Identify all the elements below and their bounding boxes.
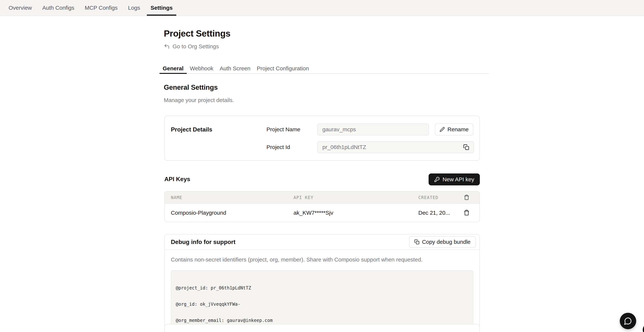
go-to-org-settings-link[interactable]: Go to Org Settings (164, 43, 219, 50)
project-id-input[interactable] (317, 141, 474, 153)
new-api-key-label: New API key (442, 176, 474, 183)
tab-project-configuration[interactable]: Project Configuration (257, 64, 309, 73)
api-key-name: Composio-Playground (171, 210, 294, 216)
column-header-created: CREATED (418, 195, 460, 200)
trash-icon (464, 195, 470, 200)
delete-key-button[interactable] (464, 210, 470, 216)
debug-line-org-id: @org_id: ok_jVveqqkYFWa- (176, 301, 468, 307)
column-header-api-key: API KEY (294, 195, 418, 200)
rename-button-label: Rename (448, 126, 468, 133)
tab-webhook[interactable]: Webhook (190, 64, 213, 73)
back-link-label: Go to Org Settings (172, 43, 219, 50)
rename-button[interactable]: Rename (435, 124, 473, 135)
page-title: Project Settings (164, 28, 230, 39)
trash-icon (464, 210, 470, 216)
debug-identifiers-block: @project_id: pr_06th1pLdNtTZ @org_id: ok… (171, 270, 473, 332)
copy-icon (463, 144, 469, 150)
general-settings-heading: General Settings (164, 84, 218, 91)
pencil-icon (440, 127, 445, 132)
debug-line-project-id: @project_id: pr_06th1pLdNtTZ (176, 285, 468, 291)
project-details-card: Project Details Project Name Rename Proj… (164, 116, 480, 161)
debug-line-org-member-email: @org_member_email: gaurav@inkeep.com (176, 318, 468, 323)
api-key-masked-value: ak_KW7*****Sjv (294, 210, 418, 216)
project-id-label: Project Id (266, 144, 317, 150)
nav-item-auth-configs[interactable]: Auth Configs (42, 0, 74, 16)
settings-tabstrip: General Webhook Auth Screen Project Conf… (160, 64, 489, 74)
debug-info-description: Contains non-secret identifiers (project… (171, 256, 473, 263)
new-api-key-button[interactable]: New API key (428, 173, 480, 185)
nav-item-overview[interactable]: Overview (8, 0, 32, 16)
table-row: Composio-Playground ak_KW7*****Sjv Dec 2… (165, 203, 480, 222)
column-header-name: NAME (171, 195, 294, 200)
api-keys-table: NAME API KEY CREATED Composio-Playground… (164, 191, 480, 222)
project-settings-page: Overview Auth Configs MCP Configs Logs S… (0, 0, 644, 332)
next-section-card-partial (164, 324, 480, 332)
top-navigation: Overview Auth Configs MCP Configs Logs S… (0, 0, 644, 16)
corner-up-left-icon (164, 44, 170, 50)
nav-item-mcp-configs[interactable]: MCP Configs (85, 0, 118, 16)
tab-auth-screen[interactable]: Auth Screen (220, 64, 250, 73)
copy-debug-bundle-button[interactable]: Copy debug bundle (409, 236, 476, 248)
debug-info-header: Debug info for support Copy debug bundle (165, 234, 480, 250)
api-key-created-date: Dec 21, 20... (418, 210, 460, 216)
nav-item-logs[interactable]: Logs (128, 0, 140, 16)
copy-project-id-button[interactable] (463, 144, 469, 150)
nav-item-settings[interactable]: Settings (150, 0, 172, 16)
api-keys-table-header: NAME API KEY CREATED (165, 192, 480, 203)
chat-support-button[interactable] (620, 313, 636, 329)
project-name-label: Project Name (266, 126, 317, 133)
project-details-title: Project Details (171, 126, 266, 133)
chat-bubble-icon (624, 317, 632, 325)
debug-info-title: Debug info for support (171, 239, 236, 245)
general-settings-subheading: Manage your project details. (164, 97, 234, 103)
key-icon (434, 177, 440, 182)
delete-all-keys-button[interactable] (464, 195, 470, 201)
edge-clipped-button[interactable] (643, 324, 644, 332)
api-keys-heading: API Keys (164, 176, 190, 183)
tab-general[interactable]: General (163, 64, 184, 73)
copy-debug-bundle-label: Copy debug bundle (422, 239, 470, 245)
copy-icon (414, 239, 420, 244)
debug-info-card: Debug info for support Copy debug bundle… (164, 234, 480, 332)
project-name-input[interactable] (317, 124, 429, 135)
